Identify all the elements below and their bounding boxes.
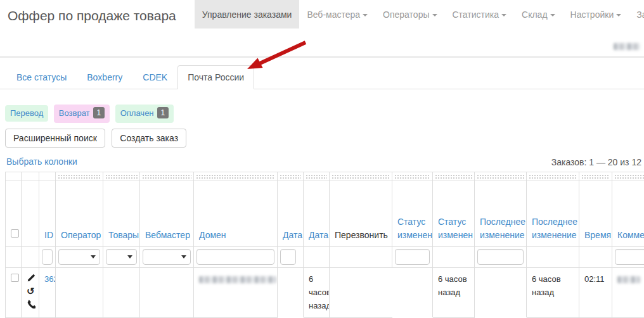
redacted-username xyxy=(614,43,640,50)
top-navbar: Оффер по продаже товара Управление заказ… xyxy=(0,0,644,58)
cell-operator xyxy=(56,268,103,318)
table-row: ↺ 362 6 часов назад 6 часов назад 6 часо… xyxy=(6,268,644,318)
chevron-down-icon xyxy=(616,14,621,16)
sort-domain[interactable]: Домен xyxy=(199,230,226,240)
order-id-link[interactable]: 362 xyxy=(44,274,56,284)
column-grip-handle[interactable] xyxy=(435,174,472,179)
current-user[interactable] xyxy=(614,41,640,52)
sort-status-changed-1[interactable]: Статус изменен xyxy=(397,217,432,239)
sort-status-changed-2[interactable]: Статус изменен xyxy=(438,217,473,239)
sort-operator[interactable]: Оператор xyxy=(61,230,101,240)
redacted-domain xyxy=(199,276,276,283)
sort-time[interactable]: Время xyxy=(584,230,611,240)
select-all-checkbox[interactable] xyxy=(11,229,19,238)
sort-products[interactable]: Товары xyxy=(108,230,139,240)
filter-row xyxy=(6,247,644,268)
orders-grid: ID Оператор Товары Вебмастер Домен Дата … xyxy=(5,172,644,318)
badge-perevod[interactable]: Перевод xyxy=(5,105,48,122)
filter-comment-input[interactable] xyxy=(615,249,644,265)
count-badge: 1 xyxy=(157,107,169,118)
tab-pochta-rossii[interactable]: Почта России xyxy=(177,65,254,89)
cell-last-change-2: 6 часов назад xyxy=(527,268,579,318)
column-grip-handle[interactable] xyxy=(581,174,610,179)
status-filter-badges: Перевод Возврат1 Оплачен1 xyxy=(5,105,644,123)
main-nav: Управление заказами Веб-мастера Оператор… xyxy=(195,0,644,29)
tab-boxberry[interactable]: Boxberry xyxy=(77,65,132,89)
column-grip-handle[interactable] xyxy=(332,174,390,179)
nav-item-warehouse[interactable]: Склад xyxy=(514,0,563,29)
chevron-down-icon xyxy=(432,14,437,16)
cell-products xyxy=(103,268,140,318)
advanced-search-button[interactable]: Расширенный поиск xyxy=(5,129,105,148)
column-grip-handle[interactable] xyxy=(142,174,191,179)
sort-webmaster[interactable]: Вебмастер xyxy=(145,230,190,240)
filter-status-changed-input[interactable] xyxy=(395,249,430,265)
column-grips-row xyxy=(6,172,644,181)
cell-comment xyxy=(612,268,644,318)
nav-item-webmasters[interactable]: Веб-мастера xyxy=(299,0,375,29)
actions-column-header xyxy=(22,181,39,247)
tab-all-statuses[interactable]: Все статусы xyxy=(6,65,77,89)
chevron-down-icon xyxy=(550,14,555,16)
chevron-down-icon xyxy=(501,14,506,16)
nav-item-operators[interactable]: Операторы xyxy=(375,0,444,29)
badge-oplachen[interactable]: Оплачен1 xyxy=(115,105,174,123)
edit-pencil-icon[interactable] xyxy=(27,274,35,283)
filter-domain-input[interactable] xyxy=(196,249,274,265)
column-grip-handle[interactable] xyxy=(529,174,577,179)
cell-time: 02:11 xyxy=(579,268,612,318)
column-grip-handle[interactable] xyxy=(306,174,327,179)
sort-date-2[interactable]: Дата xyxy=(309,230,328,240)
cell-webmaster xyxy=(140,268,194,318)
header-row: ID Оператор Товары Вебмастер Домен Дата … xyxy=(6,181,644,247)
column-grip-handle[interactable] xyxy=(196,174,275,179)
column-grip-handle[interactable] xyxy=(105,174,138,179)
sort-id[interactable]: ID xyxy=(44,230,53,240)
tab-cdek[interactable]: CDEK xyxy=(132,65,177,89)
redacted-comment xyxy=(617,276,640,283)
filter-products-select[interactable] xyxy=(106,249,137,265)
sort-last-change-1[interactable]: Последнее изменение xyxy=(480,217,525,239)
header-callback: Перезвонить xyxy=(330,181,392,247)
count-badge: 1 xyxy=(93,107,105,118)
sort-date-1[interactable]: Дата xyxy=(283,230,302,240)
filter-last-change-input[interactable] xyxy=(477,249,524,265)
cell-date-2: 6 часов назад xyxy=(304,268,330,318)
toolbar: Расширенный поиск Создать заказ xyxy=(5,129,644,148)
history-icon[interactable]: ↺ xyxy=(27,287,35,295)
cell-last-change-1 xyxy=(475,268,527,318)
select-caret-icon xyxy=(91,255,96,258)
choose-columns-link[interactable]: Выбрать колонки xyxy=(6,156,77,167)
nav-item-tasks[interactable]: Задачи xyxy=(629,0,644,29)
select-caret-icon xyxy=(181,255,186,258)
cell-status-changed-2: 6 часов назад xyxy=(433,268,475,318)
cell-status-changed-1 xyxy=(392,268,433,318)
chevron-down-icon xyxy=(363,14,368,16)
column-grip-handle[interactable] xyxy=(58,174,101,179)
orders-summary: Заказов: 1 — 20 из 12 xyxy=(551,157,641,167)
column-grip-handle[interactable] xyxy=(477,174,524,179)
filter-webmaster-select[interactable] xyxy=(143,249,191,265)
column-grip-handle[interactable] xyxy=(394,174,430,179)
column-grip-handle[interactable] xyxy=(614,174,644,179)
status-tabs: Все статусы Boxberry CDEK Почта России xyxy=(0,65,644,89)
nav-item-statistics[interactable]: Статистика xyxy=(445,0,515,29)
badge-vozvrat[interactable]: Возврат1 xyxy=(54,105,110,123)
nav-item-order-management[interactable]: Управление заказами xyxy=(195,0,300,29)
app-title: Оффер по продаже товара xyxy=(0,0,186,23)
filter-operator-select[interactable] xyxy=(58,249,100,265)
column-grip-handle[interactable] xyxy=(280,174,301,179)
create-order-button[interactable]: Создать заказ xyxy=(112,129,186,148)
cell-callback xyxy=(330,268,392,318)
filter-date-input[interactable] xyxy=(280,249,296,265)
cell-date-1 xyxy=(278,268,304,318)
select-caret-icon xyxy=(127,255,132,258)
sort-last-change-2[interactable]: Последнее изменение xyxy=(532,217,577,239)
sort-comment[interactable]: Комментарий xyxy=(617,230,644,240)
filter-id-input[interactable] xyxy=(42,249,53,265)
cell-domain xyxy=(194,268,278,318)
phone-icon[interactable] xyxy=(27,300,35,308)
row-checkbox[interactable] xyxy=(11,274,19,282)
nav-item-settings[interactable]: Настройки xyxy=(563,0,629,29)
